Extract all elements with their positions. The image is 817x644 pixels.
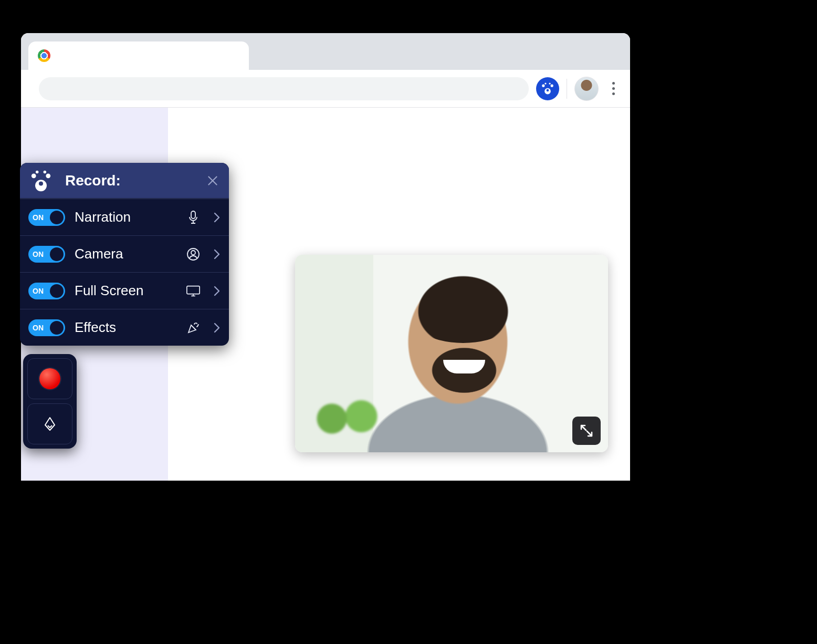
chevron-right-icon[interactable] (210, 212, 221, 223)
fullscreen-label: Full Screen (75, 283, 176, 299)
microphone-icon (186, 210, 201, 225)
record-dot-icon (39, 368, 60, 389)
chrome-icon (38, 49, 50, 62)
svg-point-5 (549, 82, 550, 84)
svg-rect-12 (191, 211, 195, 219)
chevron-right-icon[interactable] (210, 322, 221, 334)
chevron-right-icon[interactable] (210, 285, 221, 297)
extension-button[interactable] (536, 77, 559, 100)
svg-point-14 (191, 251, 195, 255)
close-icon (206, 174, 219, 188)
svg-point-8 (32, 173, 36, 178)
record-option-fullscreen: ON Full Screen (20, 272, 229, 309)
svg-rect-15 (187, 286, 200, 294)
app-logo-icon (29, 169, 53, 192)
draw-button[interactable] (27, 403, 72, 444)
camera-label: Camera (75, 246, 176, 262)
preview-person-hair (400, 264, 526, 343)
app-logo-icon (540, 81, 555, 96)
divider (567, 79, 567, 99)
expand-preview-button[interactable] (572, 417, 601, 445)
browser-menu-button[interactable] (606, 82, 621, 95)
camera-preview[interactable] (295, 255, 608, 452)
record-panel: Record: ON Narration ON Camera (20, 163, 229, 346)
record-option-camera: ON Camera (20, 235, 229, 272)
svg-point-2 (542, 84, 544, 87)
record-button[interactable] (27, 358, 72, 399)
svg-point-7 (39, 181, 43, 185)
svg-point-4 (544, 82, 546, 84)
tab-strip (21, 33, 630, 70)
camera-toggle[interactable]: ON (28, 246, 65, 263)
browser-toolbar (21, 70, 630, 108)
effects-toggle[interactable]: ON (28, 319, 65, 336)
preview-person-beard (417, 347, 511, 405)
monitor-icon (186, 284, 201, 298)
record-option-effects: ON Effects (20, 309, 229, 346)
record-option-narration: ON Narration (20, 199, 229, 235)
svg-point-1 (547, 89, 549, 91)
expand-icon (579, 423, 594, 439)
narration-label: Narration (75, 209, 176, 225)
narration-toggle[interactable]: ON (28, 209, 65, 226)
fullscreen-toggle[interactable]: ON (28, 283, 65, 299)
browser-tab[interactable] (28, 41, 249, 70)
close-button[interactable] (206, 174, 219, 188)
chevron-right-icon[interactable] (210, 248, 221, 260)
effects-label: Effects (75, 319, 176, 336)
svg-point-9 (46, 173, 50, 178)
preview-background-plant (310, 390, 383, 438)
profile-avatar[interactable] (574, 77, 599, 101)
confetti-icon (186, 321, 201, 335)
svg-point-11 (44, 170, 46, 173)
address-bar[interactable] (39, 77, 529, 100)
floating-controls (23, 354, 77, 449)
pen-tip-icon (41, 415, 59, 433)
user-circle-icon (186, 247, 201, 261)
svg-point-10 (36, 170, 39, 173)
record-panel-header: Record: (20, 163, 229, 199)
record-panel-title: Record: (65, 172, 193, 189)
svg-point-3 (551, 84, 553, 87)
